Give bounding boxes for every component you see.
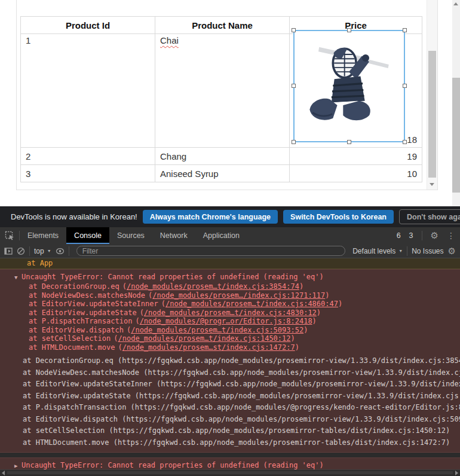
console-log: at App ▼Uncaught TypeError: Cannot read … [0, 258, 460, 475]
console-settings-gear-icon[interactable]: ⚙ [448, 246, 456, 257]
sidebar-panel-icon [4, 248, 13, 255]
stack-frame: at setCellSelection(/node_modules/prosem… [0, 334, 460, 343]
warning-count-badge[interactable]: 3 [409, 231, 413, 240]
source-link[interactable]: /node_modules/prosem…st/index.cjs:1472:7 [122, 343, 295, 352]
trace-frame: at EditorView.updateStateInner (https://… [0, 379, 460, 390]
tab-sources[interactable]: Sources [109, 227, 152, 244]
trace-frame: at EditorView.updateState (https://fgqkw… [0, 390, 460, 402]
switch-devtools-korean-button[interactable]: Switch DevTools to Korean [283, 210, 394, 224]
cell-product-id[interactable]: 3 [21, 165, 155, 182]
expander-triangle-icon[interactable]: ▼ [14, 273, 22, 282]
clear-circle-slash-icon [17, 247, 25, 255]
resize-handle-se[interactable] [403, 140, 407, 144]
error-count-badge[interactable]: 6 [397, 231, 401, 240]
stack-frame: at EditorView.updateStateInner(/node_mod… [0, 300, 460, 309]
cell-product-id[interactable]: 2 [21, 148, 155, 165]
live-expression-eye-button[interactable] [56, 248, 65, 255]
divider [422, 231, 422, 240]
divider [69, 246, 69, 256]
console-filter-input[interactable] [76, 246, 346, 256]
source-link[interactable]: /node_modules/prosem…t/index.cjs:1450:12 [118, 334, 291, 343]
always-match-language-button[interactable]: Always match Chrome's language [143, 210, 278, 224]
table-row: 2 Chang 19 [21, 148, 422, 165]
log-separator [0, 453, 460, 457]
window-scrollbar[interactable] [452, 0, 460, 206]
scroll-right-arrow-icon[interactable] [455, 471, 458, 475]
table-row: 1 Chai [21, 34, 422, 148]
settings-gear-icon[interactable]: ⚙ [431, 230, 438, 241]
table-row: 3 Aniseed Syrup 10 [21, 165, 422, 182]
cell-price[interactable]: 18 [290, 34, 422, 148]
devtools-panel: DevTools is now available in Korean! Alw… [0, 206, 460, 476]
misspelled-word[interactable]: Chai [160, 35, 179, 45]
stack-frame: at P.dispatchTransaction(/node_modules/@… [0, 317, 460, 326]
resize-handle-w[interactable] [292, 84, 296, 88]
tab-elements[interactable]: Elements [20, 227, 66, 244]
rich-text-editor[interactable]: Product Id Product Name Price 1 Chai [16, 0, 438, 190]
divider [407, 246, 407, 256]
cell-price[interactable]: 19 [290, 148, 422, 165]
trace-frame: at DecorationGroup.eq (https://fgqkwd.cs… [0, 355, 460, 367]
trace-frame: at P.dispatchTransaction (https://fgqkwd… [0, 402, 460, 414]
resize-handle-s[interactable] [347, 140, 351, 144]
editor-scrollbar[interactable] [427, 0, 437, 190]
context-selector-dropdown[interactable]: top ▼ [34, 247, 51, 255]
dont-show-again-button[interactable]: Don't show again [399, 209, 460, 224]
eye-icon [56, 248, 65, 255]
cell-product-name[interactable]: Aniseed Syrup [155, 165, 290, 182]
trace-frame: at setCellSelection (https://fgqkwd.csb.… [0, 425, 460, 437]
cell-price[interactable]: 10 [290, 165, 422, 182]
tab-application[interactable]: Application [195, 227, 247, 244]
devtools-tabbar: Elements Console Sources Network Applica… [0, 227, 460, 244]
inspect-element-button[interactable] [0, 227, 19, 244]
source-link[interactable]: /node_modules/prosem…t/index.cjs:4860:47 [165, 300, 338, 308]
clear-console-button[interactable] [17, 247, 25, 255]
cell-product-name[interactable]: Chai [155, 34, 290, 148]
tab-network[interactable]: Network [152, 227, 195, 244]
stack-frame: at DecorationGroup.eq(/node_modules/pros… [0, 282, 460, 291]
chevron-down-icon: ▼ [47, 249, 51, 253]
scroll-down-arrow-icon[interactable] [430, 183, 434, 186]
tab-console[interactable]: Console [66, 227, 109, 244]
browser-page: Product Id Product Name Price 1 Chai [0, 0, 460, 206]
stack-frame: at EditorView.dispatch(/node_modules/pro… [0, 326, 460, 335]
console-error-message: ▼Uncaught TypeError: Cannot read propert… [0, 269, 460, 453]
resize-handle-nw[interactable] [292, 28, 296, 32]
chevron-down-icon: ▼ [398, 249, 403, 253]
kendo-fighter-image[interactable] [298, 33, 400, 136]
resize-handle-n[interactable] [347, 28, 351, 32]
console-toolbar: top ▼ Default levels ▼ No Issues ⚙ [0, 244, 460, 258]
more-options-kebab-icon[interactable]: ⋮ [447, 231, 455, 240]
horizontal-scrollbar-thumb[interactable] [7, 471, 453, 474]
editor-scrollbar-thumb[interactable] [428, 51, 436, 178]
trace-frame: at EditorView.dispatch (https://fgqkwd.c… [0, 414, 460, 426]
price-value: 18 [407, 135, 417, 145]
source-link[interactable]: /node_modules/prosem…/index.cjs:1271:117 [152, 291, 325, 300]
header-product-name[interactable]: Product Name [155, 17, 290, 34]
trace-frame: at NodeViewDesc.matchesNode (https://fgq… [0, 367, 460, 379]
devtools-language-infobar: DevTools is now available in Korean! Alw… [0, 206, 460, 227]
stack-frame: at EditorView.updateState(/node_modules/… [0, 309, 460, 318]
divider [29, 246, 30, 256]
resize-handle-sw[interactable] [292, 140, 296, 144]
console-horizontal-scrollbar[interactable] [0, 469, 460, 475]
cell-product-name[interactable]: Chang [155, 148, 290, 165]
source-link[interactable]: /node_modules/prosem…t/index.cjs:4830:12 [144, 309, 317, 317]
stack-frame: at NodeViewDesc.matchesNode(/node_module… [0, 291, 460, 300]
log-levels-dropdown[interactable]: Default levels ▼ [352, 247, 403, 255]
resize-handle-e[interactable] [403, 84, 407, 88]
infobar-message: DevTools is now available in Korean! [11, 212, 137, 221]
error-text: Uncaught TypeError: Cannot read properti… [22, 461, 324, 469]
resize-handle-ne[interactable] [403, 28, 407, 32]
scroll-left-arrow-icon[interactable] [2, 471, 5, 475]
issues-status[interactable]: No Issues [412, 247, 443, 255]
source-link[interactable]: /node_modules/prosem…t/index.cjs:5093:52 [131, 326, 303, 334]
header-product-id[interactable]: Product Id [21, 17, 155, 34]
selected-image-frame[interactable] [293, 30, 405, 142]
scroll-up-arrow-icon[interactable] [453, 2, 458, 5]
cell-product-id[interactable]: 1 [21, 34, 155, 148]
source-link[interactable]: /node_modules/prosem…t/index.cjs:3854:74 [127, 282, 299, 291]
source-link[interactable]: /node_modules/@progr…or/Editor.js:8:2418 [140, 317, 312, 325]
window-scrollbar-thumb[interactable] [452, 78, 460, 193]
console-sidebar-toggle-button[interactable] [4, 248, 13, 255]
